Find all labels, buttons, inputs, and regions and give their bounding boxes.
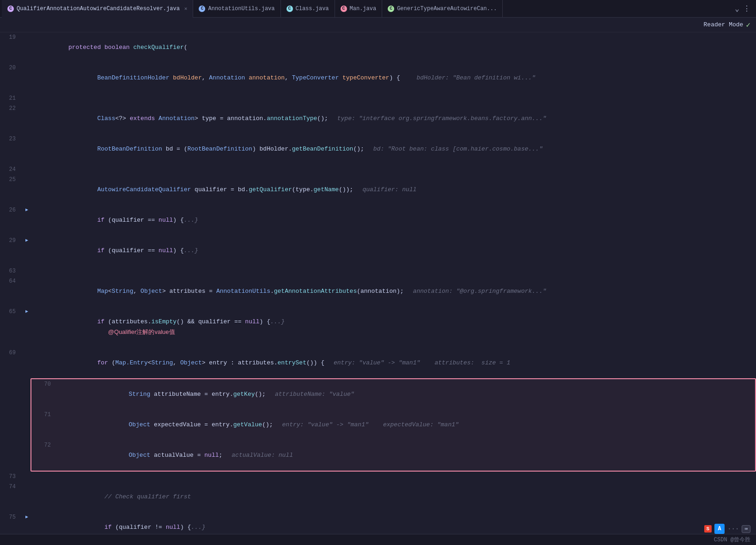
code-line-74: 74 // Check qualifier first [0,482,756,512]
fold-65[interactable]: ▶ [23,307,30,317]
reader-mode-check: ✓ [746,20,750,30]
tab-label-qualifier: QualifierAnnotationAutowireCandidateReso… [17,6,180,12]
line-content-73 [30,472,756,482]
line-22: 22 Class<?> extends Annotation> type = a… [0,103,756,134]
line-content-25: AutowireCandidateQualifier qualifier = b… [30,175,756,205]
fold-75[interactable]: ▶ [23,512,30,522]
line-num-75: 75 [0,512,23,522]
line-num-63: 63 [0,266,23,276]
line-num-65: 65 [0,307,23,317]
line-24: 24 [0,164,756,175]
csdn-dots: ··· [727,525,739,533]
code-line-19: 19 protected boolean checkQualifier( [0,32,756,63]
tab-label-class: Class.java [296,6,329,12]
code-line-71: 71 Object expectedValue = entry.getValue… [31,410,755,440]
code-line-24: 24 [0,164,756,175]
line-content-20: BeanDefinitionHolder bdHolder, Annotatio… [30,63,756,93]
tab-bar: C QualifierAnnotationAutowireCandidateRe… [0,0,756,18]
code-line-73: 73 [0,472,756,482]
line-content-71: Object expectedValue = entry.getValue();… [62,410,755,440]
line-70: 70 String attributeName = entry.getKey()… [31,379,755,410]
line-19: 19 protected boolean checkQualifier( [0,32,756,63]
line-num-26: 26 [0,205,23,215]
line-content-74: // Check qualifier first [30,482,756,512]
code-area: 19 protected boolean checkQualifier( 20 … [0,32,756,545]
code-container: 19 protected boolean checkQualifier( 20 … [0,32,756,545]
tab-label-man: Man.java [350,6,377,12]
line-69: 69 for (Map.Entry<String, Object> entry … [0,348,756,378]
line-content-69: for (Map.Entry<String, Object> entry : a… [30,348,756,378]
tab-class[interactable]: C Class.java [281,0,335,18]
tab-menu-icon[interactable]: ⋮ [743,4,750,13]
line-num-71: 71 [31,410,55,420]
line-29: 29 ▶ if (qualifier == null) {...} [0,236,756,266]
line-num-19: 19 [0,32,23,42]
code-line-65: 65 ▶ if (attributes.isEmpty() && qualifi… [0,307,756,348]
line-num-73: 73 [0,472,23,482]
csdn-bar: S A ··· ⌨ [704,524,750,534]
line-content-29: if (qualifier == null) {...} [30,236,756,266]
tab-overflow-icon[interactable]: ⌄ [735,4,739,13]
line-63: 63 [0,266,756,276]
line-content-65: if (attributes.isEmpty() && qualifier ==… [30,307,756,348]
line-65: 65 ▶ if (attributes.isEmpty() && qualifi… [0,307,756,348]
csdn-logo: S [704,525,712,533]
line-num-72: 72 [31,440,55,450]
code-line-23: 23 RootBeanDefinition bd = (RootBeanDefi… [0,134,756,164]
tab-qualifier[interactable]: C QualifierAnnotationAutowireCandidateRe… [2,0,193,18]
line-content-63 [30,266,756,276]
tab-icon-annotation: C [199,6,205,12]
line-content-72: Object actualValue = null;actualValue: n… [62,440,755,471]
reader-mode-label: Reader Mode [704,21,744,28]
code-line-20: 20 BeanDefinitionHolder bdHolder, Annota… [0,63,756,93]
tab-annotation[interactable]: C AnnotationUtils.java [193,0,280,18]
csdn-user-label: CSDN @曾今胜 [714,536,750,544]
line-num-74: 74 [0,482,23,492]
line-content-64: Map<String, Object> attributes = Annotat… [30,276,756,307]
line-num-23: 23 [0,134,23,144]
status-bar: CSDN @曾今胜 [0,534,756,545]
reader-mode[interactable]: Reader Mode ✓ [704,20,750,30]
line-26: 26 ▶ if (qualifier == null) {...} [0,205,756,236]
csdn-icon-a: A [714,524,725,534]
tab-actions: ⌄ ⋮ [735,4,754,13]
line-content-70: String attributeName = entry.getKey();at… [62,379,755,410]
fold-29[interactable]: ▶ [23,236,30,246]
fold-26[interactable]: ▶ [23,205,30,215]
csdn-keyboard-icon: ⌨ [742,525,750,533]
code-line-64: 64 Map<String, Object> attributes = Anno… [0,276,756,307]
tab-icon-qualifier: C [7,6,14,12]
line-21: 21 [0,93,756,103]
line-content-21 [30,93,756,103]
line-20: 20 BeanDefinitionHolder bdHolder, Annota… [0,63,756,93]
header-bar: Reader Mode ✓ [0,18,756,32]
line-72: 72 Object actualValue = null;actualValue… [31,440,755,471]
line-num-21: 21 [0,93,23,103]
code-line-69: 69 for (Map.Entry<String, Object> entry … [0,348,756,378]
code-line-22: 22 Class<?> extends Annotation> type = a… [0,103,756,134]
tab-close-qualifier[interactable]: ✕ [184,6,188,12]
line-content-23: RootBeanDefinition bd = (RootBeanDefinit… [30,134,756,164]
line-num-22: 22 [0,103,23,114]
line-num-69: 69 [0,348,23,358]
code-line-26: 26 ▶ if (qualifier == null) {...} [0,205,756,236]
line-74: 74 // Check qualifier first [0,482,756,512]
tab-label-generic: GenericTypeAwareAutowireCan... [397,6,497,12]
tab-man[interactable]: C Man.java [335,0,383,18]
line-25: 25 AutowireCandidateQualifier qualifier … [0,175,756,205]
tab-icon-man: C [341,6,347,12]
line-content-24 [30,164,756,175]
tab-generic[interactable]: C GenericTypeAwareAutowireCan... [382,0,503,18]
line-content-26: if (qualifier == null) {...} [30,205,756,236]
code-line-63: 63 [0,266,756,276]
line-num-64: 64 [0,276,23,286]
code-line-29: 29 ▶ if (qualifier == null) {...} [0,236,756,266]
code-line-21: 21 [0,93,756,103]
line-num-20: 20 [0,63,23,73]
line-num-24: 24 [0,164,23,175]
line-num-70: 70 [31,379,55,389]
line-num-25: 25 [0,175,23,185]
tab-icon-generic: C [388,6,394,12]
box-group-70-72: 70 String attributeName = entry.getKey()… [30,378,756,472]
line-num-29: 29 [0,236,23,246]
